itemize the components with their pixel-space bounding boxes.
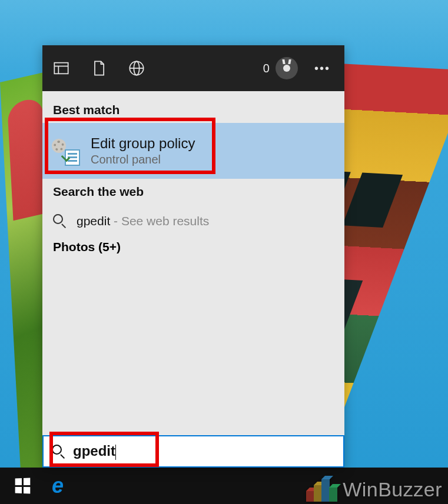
web-suffix: - See web results [110, 214, 209, 228]
apps-filter-icon[interactable] [53, 60, 69, 76]
watermark: WinBuzzer [306, 477, 442, 502]
search-results-body: Best match Edit group policy Control pan… [42, 91, 344, 435]
documents-filter-icon[interactable] [91, 60, 107, 76]
edge-browser-button[interactable]: e [40, 468, 75, 504]
watermark-logo-icon [306, 477, 338, 502]
search-input[interactable]: gpedit [42, 435, 344, 468]
start-button[interactable] [5, 468, 40, 504]
web-term: gpedit [77, 214, 110, 228]
search-icon [53, 214, 67, 228]
medal-icon [276, 57, 298, 79]
rewards-score[interactable]: 0 [263, 57, 298, 79]
score-value: 0 [263, 62, 270, 75]
search-web-heading: Search the web [42, 179, 344, 205]
search-filter-bar: 0 ••• [42, 45, 344, 91]
search-value: gpedit [73, 443, 115, 459]
text-caret [115, 445, 116, 460]
best-match-heading: Best match [42, 97, 344, 123]
web-search-result[interactable]: gpedit - See web results [42, 205, 344, 233]
best-match-result[interactable]: Edit group policy Control panel [42, 123, 344, 179]
more-options-icon[interactable]: ••• [314, 62, 330, 75]
svg-rect-0 [54, 63, 68, 74]
watermark-text: WinBuzzer [343, 478, 442, 501]
result-title: Edit group policy [91, 135, 195, 152]
edge-icon: e [52, 473, 64, 498]
photos-heading[interactable]: Photos (5+) [42, 233, 344, 261]
search-icon [52, 445, 66, 459]
windows-logo-icon [15, 478, 31, 493]
result-subtitle: Control panel [91, 153, 195, 166]
web-filter-icon[interactable] [128, 60, 145, 76]
group-policy-icon [53, 140, 78, 165]
start-search-panel: 0 ••• Best match Edit group policy Contr… [42, 45, 344, 468]
